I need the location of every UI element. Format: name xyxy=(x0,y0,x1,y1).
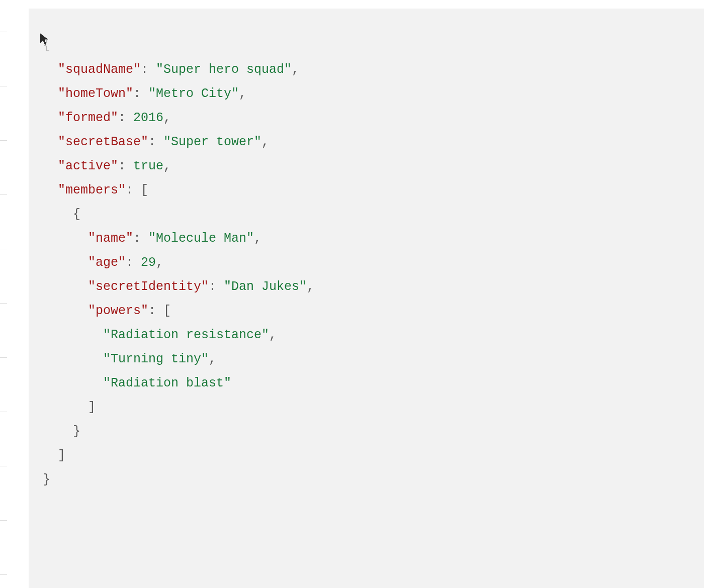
json-key: "age" xyxy=(88,255,126,270)
json-string: "Molecule Man" xyxy=(148,231,254,246)
json-key: "members" xyxy=(58,183,126,198)
code-line: "Radiation resistance", xyxy=(43,323,690,347)
code-block: { "squadName": "Super hero squad", "home… xyxy=(29,9,704,588)
code-line: "name": "Molecule Man", xyxy=(43,227,690,251)
code-line: "secretBase": "Super tower", xyxy=(43,130,690,154)
code-line: "age": 29, xyxy=(43,251,690,275)
code-line: ] xyxy=(43,396,690,420)
code-line: { xyxy=(43,203,690,227)
json-key: "secretIdentity" xyxy=(88,279,209,294)
ruler-strip xyxy=(0,0,7,588)
code-line: "homeTown": "Metro City", xyxy=(43,82,690,106)
json-key: "secretBase" xyxy=(58,135,148,149)
code-line: "Turning tiny", xyxy=(43,347,690,371)
json-number: 29 xyxy=(141,255,156,270)
json-key: "name" xyxy=(88,231,133,246)
json-boolean: true xyxy=(133,159,163,173)
json-string: "Super hero squad" xyxy=(156,62,292,77)
code-line: "secretIdentity": "Dan Jukes", xyxy=(43,275,690,299)
json-key: "active" xyxy=(58,159,118,173)
json-string: "Super tower" xyxy=(163,135,261,149)
open-bracket: [ xyxy=(141,183,148,198)
close-bracket: ] xyxy=(58,448,65,463)
code-line: { xyxy=(43,34,690,58)
code-line: "powers": [ xyxy=(43,299,690,323)
close-bracket: ] xyxy=(88,400,96,415)
json-string: "Dan Jukes" xyxy=(224,279,307,294)
code-line: } xyxy=(43,420,690,444)
json-key: "squadName" xyxy=(58,62,141,77)
json-string: "Metro City" xyxy=(148,86,239,101)
code-line: "members": [ xyxy=(43,178,690,203)
json-key: "formed" xyxy=(58,111,118,125)
cursor-icon xyxy=(39,32,50,51)
json-number: 2016 xyxy=(133,111,163,125)
json-string: "Turning tiny" xyxy=(103,352,209,366)
code-line: } xyxy=(43,468,690,492)
code-line: "squadName": "Super hero squad", xyxy=(43,58,690,82)
code-line: "formed": 2016, xyxy=(43,106,690,130)
code-line: "active": true, xyxy=(43,154,690,178)
json-key: "powers" xyxy=(88,304,148,318)
open-brace: { xyxy=(73,207,80,222)
open-bracket: [ xyxy=(163,304,171,318)
json-key: "homeTown" xyxy=(58,86,133,101)
json-string: "Radiation blast" xyxy=(103,376,231,390)
json-string: "Radiation resistance" xyxy=(103,328,269,342)
code-line: "Radiation blast" xyxy=(43,371,690,396)
close-brace: } xyxy=(73,424,80,439)
code-line: ] xyxy=(43,444,690,468)
close-brace: } xyxy=(43,472,50,487)
